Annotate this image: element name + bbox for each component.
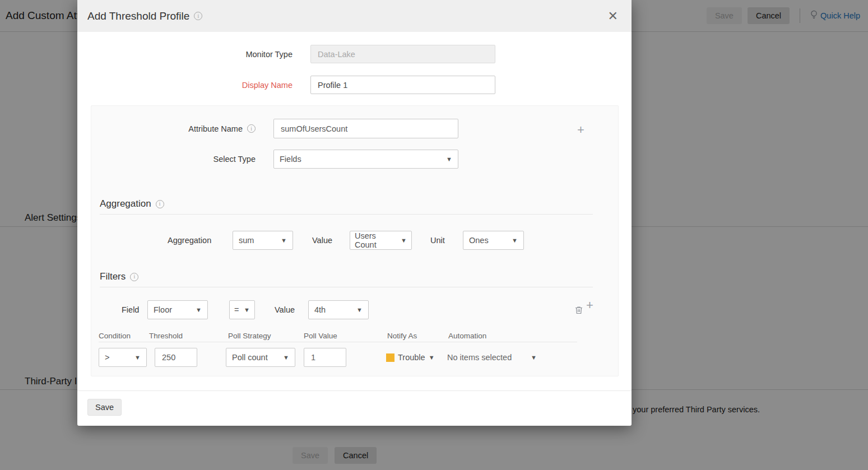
chevron-down-icon: ▼ bbox=[531, 354, 537, 361]
unit-label: Unit bbox=[430, 231, 445, 250]
add-threshold-profile-modal: Add Threshold Profile i ✕ Monitor Type D… bbox=[77, 0, 632, 426]
aggregation-value: sum bbox=[239, 236, 254, 245]
notify-as-value: Trouble bbox=[398, 353, 425, 362]
poll-strategy-header: Poll Strategy bbox=[228, 332, 271, 340]
filters-info-icon[interactable]: i bbox=[130, 273, 138, 281]
automation-dropdown[interactable]: No items selected ▼ bbox=[447, 353, 537, 362]
chevron-down-icon: ▼ bbox=[244, 306, 250, 313]
select-type-value: Fields bbox=[280, 155, 301, 164]
attribute-section: Attribute Name i sumOfUsersCount + Selec… bbox=[91, 105, 619, 376]
value-value: Users Count bbox=[355, 231, 398, 249]
aggregation-heading-text: Aggregation bbox=[100, 198, 151, 210]
poll-strategy-value: Poll count bbox=[232, 353, 268, 362]
close-icon[interactable]: ✕ bbox=[605, 9, 621, 24]
poll-value-field[interactable]: 1 bbox=[304, 348, 346, 367]
aggregation-divider bbox=[100, 214, 593, 215]
modal-footer-divider bbox=[77, 390, 632, 391]
display-name-label: Display Name bbox=[77, 76, 293, 94]
aggregation-label: Aggregation bbox=[168, 231, 211, 250]
chevron-down-icon: ▼ bbox=[401, 237, 407, 244]
select-type-label: Select Type bbox=[91, 150, 256, 169]
threshold-field[interactable]: 250 bbox=[155, 348, 197, 367]
trouble-status-icon bbox=[386, 353, 394, 362]
chevron-down-icon: ▼ bbox=[512, 237, 518, 244]
attribute-name-label-text: Attribute Name bbox=[188, 124, 243, 133]
field-label: Field bbox=[122, 300, 139, 319]
filter-value-label: Value bbox=[275, 300, 295, 319]
chevron-down-icon: ▼ bbox=[281, 237, 287, 244]
add-attribute-icon[interactable]: + bbox=[577, 124, 584, 136]
value-label: Value bbox=[312, 231, 332, 250]
field-dropdown[interactable]: Floor ▼ bbox=[147, 300, 208, 319]
condition-value: > bbox=[105, 353, 109, 362]
condition-dropdown[interactable]: > ▼ bbox=[99, 348, 147, 367]
chevron-down-icon: ▼ bbox=[134, 354, 141, 361]
value-dropdown[interactable]: Users Count ▼ bbox=[350, 231, 412, 250]
chevron-down-icon: ▼ bbox=[429, 354, 435, 361]
aggregation-info-icon[interactable]: i bbox=[156, 200, 164, 208]
field-value: Floor bbox=[154, 305, 172, 314]
attribute-name-info-icon[interactable]: i bbox=[247, 124, 256, 133]
modal-header: Add Threshold Profile i ✕ bbox=[77, 0, 632, 32]
threshold-header: Threshold bbox=[149, 332, 183, 340]
delete-filter-icon[interactable] bbox=[575, 305, 583, 314]
poll-strategy-dropdown[interactable]: Poll count ▼ bbox=[226, 348, 295, 367]
unit-dropdown[interactable]: Ones ▼ bbox=[463, 231, 524, 250]
notify-as-header: Notify As bbox=[387, 332, 417, 340]
filters-heading-text: Filters bbox=[100, 271, 126, 282]
chevron-down-icon: ▼ bbox=[356, 306, 363, 313]
unit-value: Ones bbox=[469, 236, 489, 245]
attribute-name-field[interactable]: sumOfUsersCount bbox=[273, 119, 458, 138]
modal-save-button[interactable]: Save bbox=[87, 399, 122, 416]
monitor-type-field: Data-Lake bbox=[310, 45, 495, 63]
operator-value: = bbox=[234, 305, 239, 314]
automation-value: No items selected bbox=[447, 353, 512, 362]
aggregation-dropdown[interactable]: sum ▼ bbox=[233, 231, 293, 250]
chevron-down-icon: ▼ bbox=[446, 156, 452, 162]
filter-value-value: 4th bbox=[314, 305, 326, 314]
filter-value-dropdown[interactable]: 4th ▼ bbox=[308, 300, 369, 319]
condition-header: Condition bbox=[99, 332, 131, 340]
attribute-name-label: Attribute Name i bbox=[91, 119, 256, 138]
chevron-down-icon: ▼ bbox=[196, 306, 202, 313]
add-filter-icon[interactable]: + bbox=[586, 299, 593, 311]
operator-dropdown[interactable]: = ▼ bbox=[229, 300, 255, 319]
chevron-down-icon: ▼ bbox=[283, 354, 289, 361]
screen: Add Custom Attribute Save Cancel Quick H… bbox=[0, 0, 868, 470]
automation-header: Automation bbox=[448, 332, 486, 340]
notify-as-dropdown[interactable]: Trouble ▼ bbox=[386, 353, 435, 362]
filters-divider bbox=[100, 287, 593, 287]
title-info-icon[interactable]: i bbox=[194, 12, 202, 20]
select-type-dropdown[interactable]: Fields ▼ bbox=[273, 150, 458, 169]
monitor-type-label: Monitor Type bbox=[77, 45, 293, 63]
condition-table-divider bbox=[99, 342, 577, 342]
poll-value-header: Poll Value bbox=[304, 332, 337, 340]
aggregation-heading: Aggregation i bbox=[100, 198, 164, 210]
modal-title: Add Threshold Profile bbox=[87, 10, 189, 22]
filters-heading: Filters i bbox=[100, 271, 138, 282]
display-name-field[interactable]: Profile 1 bbox=[310, 76, 495, 94]
